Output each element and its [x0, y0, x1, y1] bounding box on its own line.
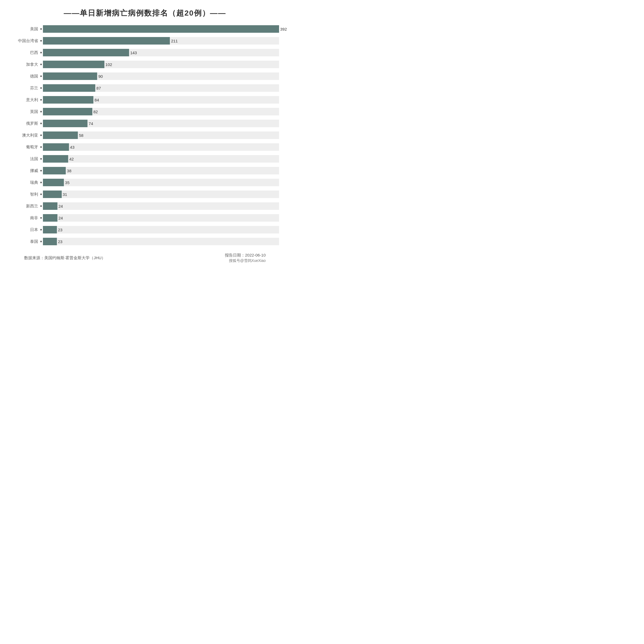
bar-row: 美国392 [11, 23, 279, 35]
bar-dot [40, 64, 42, 65]
bar-row: 芬兰87 [11, 82, 279, 94]
bar-label: 意大利 [11, 97, 40, 103]
bar-label: 芬兰 [11, 86, 40, 91]
bar-value: 90 [98, 74, 103, 79]
bar-fill [43, 120, 87, 127]
bar-label: 澳大利亚 [11, 133, 40, 138]
bar-track: 23 [43, 238, 279, 245]
bar-track: 143 [43, 49, 279, 56]
bar-fill [43, 108, 92, 115]
bar-label: 智利 [11, 192, 40, 197]
bar-fill [43, 179, 64, 186]
bar-row: 法国42 [11, 153, 279, 165]
bar-row: 德国90 [11, 70, 279, 82]
bar-label: 葡萄牙 [11, 145, 40, 150]
bar-dot [40, 217, 42, 219]
bar-track: 392 [43, 25, 279, 33]
bar-fill [43, 202, 57, 210]
bar-value: 74 [89, 121, 93, 126]
bar-row: 澳大利亚58 [11, 129, 279, 141]
bar-row: 智利31 [11, 188, 279, 200]
bar-value: 392 [280, 27, 287, 31]
bar-track: 24 [43, 202, 279, 210]
bar-fill [43, 131, 78, 139]
bar-label: 巴西 [11, 50, 40, 55]
bar-fill [43, 49, 129, 56]
chart-title: ——单日新增病亡病例数排名（超20例）—— [11, 8, 279, 18]
bar-row: 加拿大102 [11, 58, 279, 70]
bar-dot [40, 99, 42, 101]
bar-fill [43, 167, 66, 174]
bar-dot [40, 28, 42, 30]
bar-value: 35 [65, 180, 69, 185]
bar-value: 143 [130, 50, 137, 55]
bar-fill [43, 155, 68, 163]
bar-track: 211 [43, 37, 279, 45]
bar-track: 24 [43, 214, 279, 222]
bar-track: 102 [43, 61, 279, 68]
bar-fill [43, 214, 57, 222]
bar-value: 24 [58, 216, 63, 220]
bar-row: 英国82 [11, 106, 279, 118]
bar-row: 中国台湾省211 [11, 35, 279, 47]
bar-value: 43 [70, 145, 75, 149]
bar-track: 38 [43, 167, 279, 174]
bar-value: 58 [79, 133, 83, 138]
bar-label: 日本 [11, 227, 40, 232]
bar-dot [40, 52, 42, 53]
bar-value: 42 [69, 157, 74, 161]
bar-label: 新西兰 [11, 204, 40, 209]
bar-dot [40, 193, 42, 195]
bar-dot [40, 123, 42, 124]
bar-label: 加拿大 [11, 62, 40, 67]
bar-value: 24 [58, 204, 63, 208]
bar-value: 31 [63, 192, 67, 197]
bar-fill [43, 25, 279, 33]
bar-value: 211 [171, 39, 178, 43]
bar-dot [40, 75, 42, 77]
bar-row: 日本23 [11, 224, 279, 236]
bar-track: 90 [43, 72, 279, 80]
bar-dot [40, 158, 42, 160]
bar-track: 43 [43, 143, 279, 151]
bar-row: 南非24 [11, 212, 279, 224]
bar-fill [43, 84, 95, 92]
chart-footer: 数据来源：美国约翰斯·霍普金斯大学（JHU） 报告日期：2022-06-10 搜… [11, 249, 279, 265]
bar-fill [43, 226, 57, 233]
bar-track: 42 [43, 155, 279, 163]
bar-row: 巴西143 [11, 47, 279, 58]
bar-row: 俄罗斯74 [11, 118, 279, 129]
bar-track: 84 [43, 96, 279, 104]
bar-label: 德国 [11, 74, 40, 79]
bar-fill [43, 37, 170, 45]
bar-dot [40, 182, 42, 183]
bar-fill [43, 72, 97, 80]
bar-track: 87 [43, 84, 279, 92]
bar-fill [43, 96, 93, 104]
bar-dot [40, 170, 42, 171]
footer-brand: 搜狐号@雪鸽XueXiao [229, 258, 266, 263]
bar-label: 瑞典 [11, 180, 40, 185]
bar-value: 102 [105, 62, 112, 67]
bar-value: 23 [58, 228, 63, 232]
bar-label: 英国 [11, 109, 40, 114]
bar-track: 58 [43, 131, 279, 139]
bar-track: 82 [43, 108, 279, 115]
footer-right: 报告日期：2022-06-10 搜狐号@雪鸽XueXiao [225, 253, 266, 263]
bar-row: 意大利84 [11, 94, 279, 106]
bar-dot [40, 229, 42, 230]
bar-fill [43, 143, 69, 151]
bar-label: 挪威 [11, 168, 40, 173]
bar-track: 23 [43, 226, 279, 233]
bar-track: 35 [43, 179, 279, 186]
bar-label: 美国 [11, 27, 40, 32]
bar-track: 74 [43, 120, 279, 127]
bar-dot [40, 241, 42, 242]
bar-row: 泰国23 [11, 236, 279, 247]
bar-dot [40, 111, 42, 112]
bar-row: 新西兰24 [11, 200, 279, 212]
bar-dot [40, 205, 42, 207]
bar-value: 38 [67, 169, 71, 173]
bar-dot [40, 146, 42, 148]
bar-label: 俄罗斯 [11, 121, 40, 126]
